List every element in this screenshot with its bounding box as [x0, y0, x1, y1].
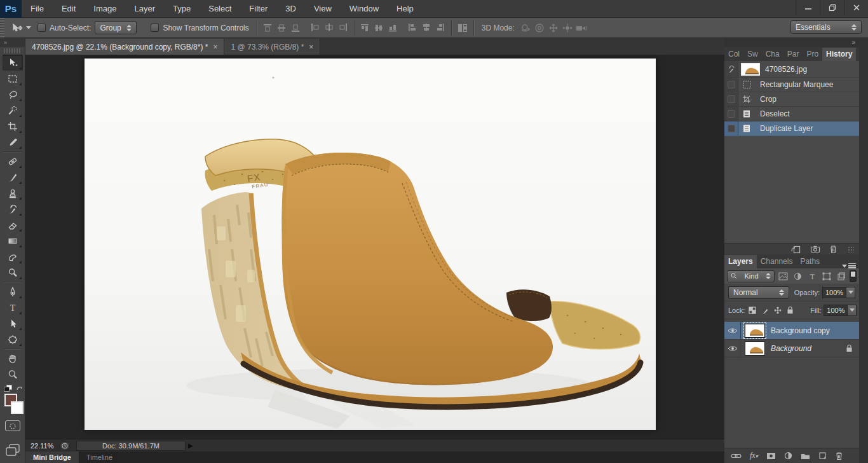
- quick-mask-button[interactable]: [5, 420, 20, 431]
- snapshot-thumbnail[interactable]: [741, 63, 760, 76]
- history-state-checkbox[interactable]: [724, 92, 738, 106]
- background-color-swatch[interactable]: [11, 401, 24, 414]
- eraser-tool[interactable]: [3, 217, 23, 233]
- tab-properties[interactable]: Pro: [803, 48, 822, 61]
- visibility-toggle[interactable]: [724, 322, 741, 339]
- 3d-drag-icon[interactable]: [546, 21, 560, 35]
- delete-state-trash-icon[interactable]: [829, 245, 837, 254]
- filter-type-layers-icon[interactable]: T: [806, 270, 818, 282]
- history-state-checkbox[interactable]: [724, 107, 738, 121]
- menu-view[interactable]: View: [305, 0, 341, 18]
- default-colors-icon[interactable]: [4, 385, 13, 392]
- custom-shape-tool[interactable]: [3, 331, 23, 347]
- filter-shape-layers-icon[interactable]: [820, 270, 833, 282]
- align-horizontal-centers-button[interactable]: [322, 21, 336, 35]
- panel-menu-icon[interactable]: [839, 263, 859, 268]
- tab-color[interactable]: Col: [724, 48, 743, 61]
- 3d-scale-camera-icon[interactable]: [574, 21, 588, 35]
- align-vertical-centers-button[interactable]: [275, 21, 289, 35]
- clone-stamp-tool[interactable]: [3, 185, 23, 201]
- tab-history[interactable]: History: [822, 48, 856, 61]
- layer-thumbnail[interactable]: [745, 342, 765, 356]
- lock-pixels-brush-icon[interactable]: [761, 307, 769, 314]
- filter-kind-dropdown[interactable]: Kind: [727, 270, 775, 282]
- pen-tool[interactable]: [3, 284, 23, 300]
- lock-transparency-icon[interactable]: [749, 307, 756, 314]
- menu-type[interactable]: Type: [164, 0, 200, 18]
- document-tab-1[interactable]: 4708526.jpg @ 22.1% (Background copy, RG…: [25, 39, 224, 55]
- history-state-row[interactable]: Deselect: [724, 107, 859, 121]
- new-snapshot-camera-icon[interactable]: [810, 245, 820, 253]
- menu-image[interactable]: Image: [85, 0, 125, 18]
- link-layers-icon[interactable]: [731, 453, 742, 459]
- distribute-bottom-edges-button[interactable]: [386, 21, 400, 35]
- layer-row-background[interactable]: Background: [724, 340, 859, 357]
- 3d-rotate-icon[interactable]: [519, 21, 532, 35]
- workspace-dropdown[interactable]: Essentials: [790, 20, 862, 34]
- tab-paths[interactable]: Paths: [796, 255, 824, 268]
- tab-actions[interactable]: Act: [856, 48, 859, 61]
- align-bottom-edges-button[interactable]: [289, 21, 303, 35]
- hand-tool[interactable]: [3, 350, 23, 366]
- brush-tool[interactable]: [3, 169, 23, 185]
- image-canvas[interactable]: FX FRAU: [85, 59, 656, 430]
- align-left-edges-button[interactable]: [308, 21, 322, 35]
- blend-mode-dropdown[interactable]: Normal: [728, 286, 789, 299]
- filter-pixel-layers-icon[interactable]: [776, 270, 789, 282]
- tool-preset-picker[interactable]: [11, 23, 31, 33]
- menu-help[interactable]: Help: [388, 0, 423, 18]
- smudge-tool[interactable]: [3, 249, 23, 265]
- auto-select-checkbox[interactable]: [37, 24, 46, 32]
- rectangular-marquee-tool[interactable]: [3, 71, 23, 86]
- history-state-checkbox[interactable]: [724, 121, 738, 135]
- menu-select[interactable]: Select: [200, 0, 240, 18]
- history-brush-source-well[interactable]: [724, 61, 738, 77]
- history-brush-tool[interactable]: [3, 201, 23, 217]
- distribute-horizontal-centers-button[interactable]: [419, 21, 433, 35]
- panel-resize-grip[interactable]: [848, 246, 854, 252]
- quick-selection-tool[interactable]: [3, 102, 23, 118]
- document-tab-2[interactable]: 1 @ 73.3% (RGB/8) * ×: [224, 39, 320, 55]
- align-top-edges-button[interactable]: [261, 21, 275, 35]
- new-document-from-state-icon[interactable]: [790, 245, 801, 254]
- tab-layers[interactable]: Layers: [724, 255, 757, 268]
- tab-paragraph[interactable]: Par: [783, 48, 803, 61]
- 3d-roll-icon[interactable]: [532, 21, 546, 35]
- distribute-top-edges-button[interactable]: [358, 21, 372, 35]
- auto-select-mode-dropdown[interactable]: Group: [95, 21, 137, 34]
- history-state-row-selected[interactable]: Duplicate Layer: [724, 121, 859, 136]
- layer-name[interactable]: Background: [771, 344, 811, 353]
- menu-3d[interactable]: 3D: [276, 0, 305, 18]
- visibility-toggle[interactable]: [724, 340, 741, 357]
- lock-all-icon[interactable]: [787, 306, 794, 314]
- distribute-left-edges-button[interactable]: [405, 21, 419, 35]
- swap-colors-icon[interactable]: [15, 385, 24, 392]
- restore-button[interactable]: [820, 0, 844, 15]
- close-button[interactable]: [844, 0, 868, 15]
- fill-control[interactable]: 100%: [824, 305, 857, 316]
- auto-align-layers-button[interactable]: [456, 21, 470, 35]
- dodge-tool[interactable]: [3, 265, 23, 280]
- show-transform-checkbox[interactable]: [151, 24, 159, 32]
- layer-thumbnail[interactable]: [745, 324, 765, 338]
- menu-edit[interactable]: Edit: [53, 0, 85, 18]
- history-state-row[interactable]: Crop: [724, 92, 859, 107]
- tab-character[interactable]: Cha: [762, 48, 783, 61]
- lasso-tool[interactable]: [3, 86, 23, 102]
- distribute-vertical-centers-button[interactable]: [372, 21, 386, 35]
- delete-layer-trash-icon[interactable]: [835, 452, 843, 460]
- eyedropper-tool[interactable]: [3, 134, 23, 150]
- filter-adjustment-layers-icon[interactable]: [791, 270, 804, 282]
- add-layer-mask-icon[interactable]: [766, 452, 776, 460]
- gradient-tool[interactable]: [3, 233, 23, 249]
- move-tool[interactable]: [3, 55, 23, 71]
- menu-filter[interactable]: Filter: [240, 0, 276, 18]
- tab-channels[interactable]: Channels: [757, 255, 797, 268]
- layer-filtering-toggle[interactable]: [850, 270, 857, 282]
- menu-window[interactable]: Window: [341, 0, 388, 18]
- tab-swatches[interactable]: Sw: [743, 48, 762, 61]
- history-snapshot-row[interactable]: 4708526.jpg: [724, 61, 859, 78]
- menu-layer[interactable]: Layer: [126, 0, 165, 18]
- doc-size-field[interactable]: Doc: 30.9M/61.7M: [76, 441, 186, 451]
- layer-row-background-copy[interactable]: Background copy: [724, 322, 859, 340]
